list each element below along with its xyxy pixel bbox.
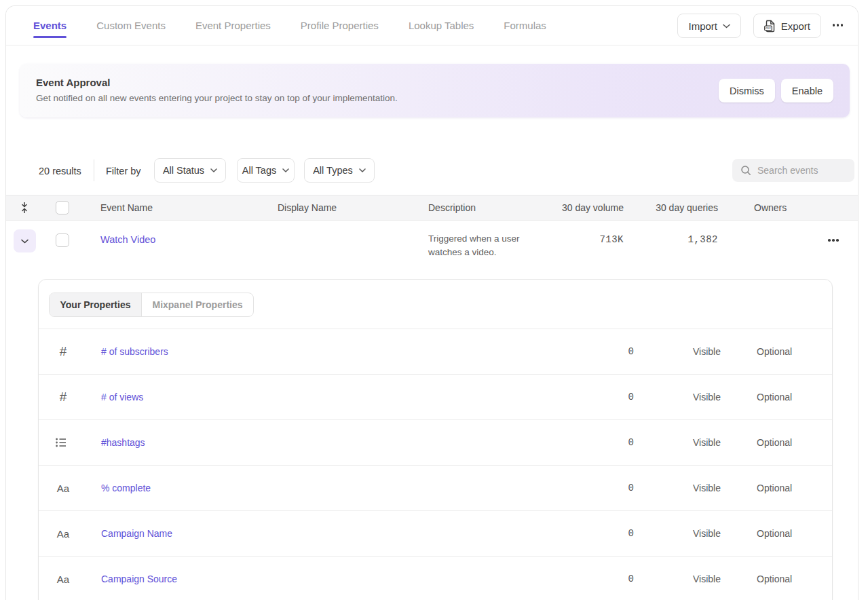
chevron-down-icon [21,239,29,244]
tab-custom-events[interactable]: Custom Events [96,6,166,45]
property-row: # # of subscribers 0 Visible Optional [39,329,832,374]
property-type-icon: # [56,344,71,359]
properties-tabs: Your Properties Mixpanel Properties [49,293,254,317]
property-count: 0 [628,574,634,584]
property-count: 0 [628,437,634,448]
event-queries: 1,382 [687,234,718,245]
header-owners: Owners [754,202,787,213]
search-input[interactable] [757,165,846,176]
types-filter-label: All Types [313,165,353,176]
property-name-link[interactable]: # of views [101,392,143,402]
property-type-icon: Aa [56,528,71,540]
filter-divider [94,160,94,181]
tab-mixpanel-properties[interactable]: Mixpanel Properties [142,293,253,316]
enable-button[interactable]: Enable [781,79,833,102]
import-label: Import [688,20,717,32]
property-type-icon: Aa [56,574,71,585]
export-label: Export [781,20,810,32]
event-approval-banner: Event Approval Get notified on all new e… [20,64,850,117]
row-checkbox[interactable] [56,233,69,247]
tab-formulas[interactable]: Formulas [504,6,546,45]
event-row: Watch Video Triggered when a user watche… [6,221,858,279]
chevron-down-icon [210,168,217,172]
top-nav: Events Custom Events Event Properties Pr… [6,6,858,45]
app-frame: Events Custom Events Event Properties Pr… [5,5,858,600]
collapse-row-button[interactable] [14,229,36,252]
property-type-icon: # [56,390,71,405]
header-volume: 30 day volume [562,202,624,213]
search-icon [740,165,751,176]
tags-filter-dropdown[interactable]: All Tags [237,158,295,183]
properties-panel: Your Properties Mixpanel Properties # # … [38,279,833,600]
property-visibility: Visible [693,346,721,357]
svg-text:csv: csv [766,26,771,30]
import-button[interactable]: Import [677,14,741,38]
tab-event-properties[interactable]: Event Properties [195,6,271,45]
types-filter-dropdown[interactable]: All Types [304,158,375,183]
event-description: Triggered when a user watches a video. [428,232,540,259]
property-count: 0 [628,346,634,357]
chevron-down-icon [282,168,289,172]
filter-by-label: Filter by [106,166,141,176]
property-type-icon [56,438,71,447]
tab-lookup-tables[interactable]: Lookup Tables [409,6,474,45]
tab-your-properties[interactable]: Your Properties [50,293,142,316]
property-requirement: Optional [757,483,792,493]
tags-filter-label: All Tags [242,165,277,176]
chevron-down-icon [359,168,366,172]
property-name-link[interactable]: Campaign Name [101,528,172,539]
property-name-link[interactable]: % complete [101,483,151,493]
table-header: Event Name Display Name Description 30 d… [6,195,858,221]
property-requirement: Optional [757,346,792,357]
status-filter-label: All Status [163,165,204,176]
property-requirement: Optional [757,528,792,539]
header-description: Description [428,202,476,213]
header-event-name: Event Name [100,202,153,213]
results-count: 20 results [39,166,81,176]
property-name-link[interactable]: #hashtags [101,437,145,448]
property-count: 0 [628,528,634,539]
collapse-all-icon[interactable] [20,202,29,214]
nav-tabs: Events Custom Events Event Properties Pr… [33,6,546,45]
status-filter-dropdown[interactable]: All Status [154,158,226,183]
property-name-link[interactable]: Campaign Source [101,574,177,584]
property-row: Aa Campaign Source 0 Visible Optional [39,556,832,600]
event-name-link[interactable]: Watch Video [100,234,155,245]
dismiss-button[interactable]: Dismiss [719,79,775,102]
property-visibility: Visible [693,483,721,493]
event-volume: 713K [599,234,624,245]
property-visibility: Visible [693,528,721,539]
property-requirement: Optional [757,437,792,448]
property-requirement: Optional [757,392,792,402]
header-display-name: Display Name [278,202,337,213]
property-count: 0 [628,392,634,402]
select-all-checkbox[interactable] [56,201,69,214]
csv-file-icon: csv [764,20,776,33]
property-name-link[interactable]: # of subscribers [101,346,168,357]
banner-description: Get notified on all new events entering … [36,93,398,103]
property-visibility: Visible [693,574,721,584]
property-visibility: Visible [693,437,721,448]
property-requirement: Optional [757,574,792,584]
row-more-options-icon[interactable] [828,239,839,242]
tab-events[interactable]: Events [33,6,67,45]
property-row: Aa % complete 0 Visible Optional [39,465,832,510]
header-queries: 30 day queries [656,202,718,213]
property-row: # # of views 0 Visible Optional [39,374,832,419]
property-row: #hashtags 0 Visible Optional [39,419,832,465]
property-count: 0 [628,483,634,493]
tab-profile-properties[interactable]: Profile Properties [301,6,379,45]
property-row: Aa Campaign Name 0 Visible Optional [39,510,832,556]
search-box[interactable] [732,159,854,182]
property-type-icon: Aa [56,483,71,494]
banner-title: Event Approval [36,77,110,88]
more-options-icon[interactable] [833,24,844,26]
properties-list: # # of subscribers 0 Visible Optional # … [39,329,832,600]
export-button[interactable]: csv Export [753,14,821,38]
chevron-down-icon [723,24,730,29]
property-visibility: Visible [693,392,721,402]
